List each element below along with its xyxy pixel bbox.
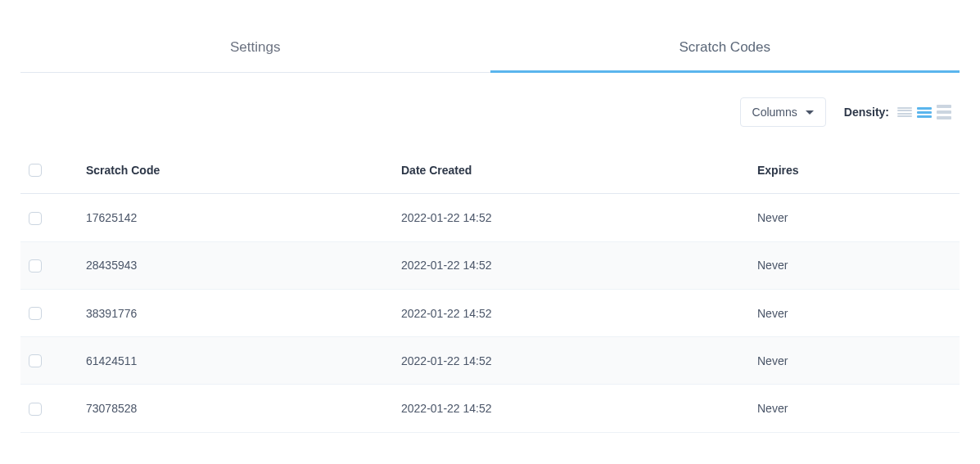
row-checkbox-cell: [20, 385, 78, 432]
cell-expires: Never: [749, 289, 960, 336]
table-row: 730785282022-01-22 14:52Never: [20, 385, 960, 432]
cell-expires: Never: [749, 385, 960, 432]
toolbar: Columns Density:: [20, 73, 960, 146]
row-checkbox-cell: [20, 289, 78, 336]
row-checkbox[interactable]: [29, 259, 42, 273]
scratch-codes-table: Scratch Code Date Created Expires 176251…: [20, 146, 960, 433]
table-header-row: Scratch Code Date Created Expires: [20, 146, 960, 194]
table-row: 383917762022-01-22 14:52Never: [20, 289, 960, 336]
row-checkbox[interactable]: [29, 212, 42, 225]
table-row: 614245112022-01-22 14:52Never: [20, 337, 960, 385]
density-compact-icon[interactable]: [897, 105, 912, 119]
caret-down-icon: [806, 110, 814, 115]
cell-expires: Never: [749, 241, 960, 289]
cell-code: 38391776: [78, 289, 393, 336]
cell-date: 2022-01-22 14:52: [393, 241, 749, 289]
columns-button-label: Columns: [752, 106, 797, 119]
cell-date: 2022-01-22 14:52: [393, 289, 749, 336]
cell-code: 17625142: [78, 194, 393, 241]
table-row: 284359432022-01-22 14:52Never: [20, 241, 960, 289]
header-date[interactable]: Date Created: [393, 146, 749, 194]
density-icons: [897, 105, 951, 119]
cell-date: 2022-01-22 14:52: [393, 194, 749, 241]
cell-date: 2022-01-22 14:52: [393, 337, 749, 385]
cell-code: 73078528: [78, 385, 393, 432]
cell-code: 28435943: [78, 241, 393, 289]
row-checkbox[interactable]: [29, 354, 42, 367]
row-checkbox-cell: [20, 241, 78, 289]
cell-expires: Never: [749, 337, 960, 385]
row-checkbox[interactable]: [29, 403, 42, 416]
columns-button[interactable]: Columns: [740, 97, 826, 127]
density-label: Density:: [844, 106, 889, 119]
tabs: Settings Scratch Codes: [20, 25, 960, 73]
table-row: 176251422022-01-22 14:52Never: [20, 194, 960, 241]
density-control: Density:: [844, 105, 951, 119]
row-checkbox[interactable]: [29, 307, 42, 320]
cell-date: 2022-01-22 14:52: [393, 385, 749, 432]
density-normal-icon[interactable]: [917, 105, 932, 119]
header-code[interactable]: Scratch Code: [78, 146, 393, 194]
cell-code: 61424511: [78, 337, 393, 385]
select-all-checkbox[interactable]: [29, 164, 42, 177]
density-comfy-icon[interactable]: [937, 105, 951, 119]
tab-settings[interactable]: Settings: [20, 25, 490, 72]
row-checkbox-cell: [20, 194, 78, 241]
header-checkbox-cell: [20, 146, 78, 194]
tab-scratch-codes[interactable]: Scratch Codes: [490, 25, 960, 72]
header-expires[interactable]: Expires: [749, 146, 960, 194]
cell-expires: Never: [749, 194, 960, 241]
row-checkbox-cell: [20, 337, 78, 385]
